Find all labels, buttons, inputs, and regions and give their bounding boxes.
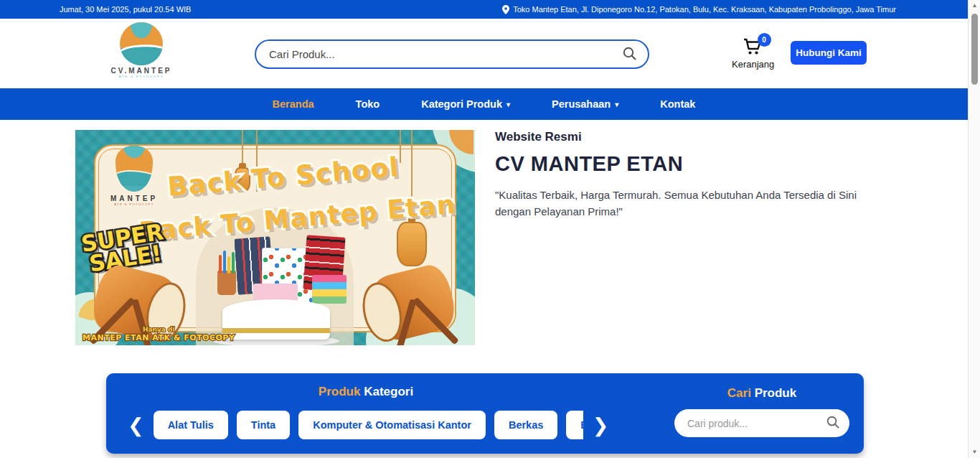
banner-footer-line2: MANTEP ETAN ATK & FOTOCOPY: [83, 333, 235, 342]
scrollbar-down-arrow[interactable]: ▼: [969, 447, 980, 458]
nav-label: Perusahaan: [552, 98, 611, 110]
banner-logo-subtext: ATK & FOTOCOPY: [101, 202, 167, 206]
banner-logo-name: MANTEP: [101, 195, 167, 202]
search-icon: [826, 420, 839, 431]
banner-footer-line1: Hanya di: [83, 326, 235, 333]
nav-label: Kategori Produk: [421, 98, 502, 110]
site-logo[interactable]: CV.MANTEP ATK & FOTOCOPY: [105, 21, 178, 78]
banner-logo: MANTEP ATK & FOTOCOPY: [101, 146, 167, 206]
category-carousel: ❮ Alat Tulis Tinta Komputer & Otomatisas…: [128, 411, 608, 439]
nav-item-toko[interactable]: Toko: [356, 98, 380, 110]
category-pill-banner[interactable]: Banner: [566, 411, 583, 439]
panel-search-section: Cari Produk: [674, 373, 849, 454]
scrollbar-thumb[interactable]: [971, 14, 978, 85]
vertical-scrollbar: ▲ ▼: [968, 0, 980, 458]
panel-search-title-accent: Cari: [727, 386, 751, 400]
main-nav: Beranda Toko Kategori Produk ▾ Perusahaa…: [0, 88, 968, 120]
category-carousel-section: Produk Kategori ❮ Alat Tulis Tinta Kompu…: [106, 373, 626, 454]
search-button[interactable]: [623, 47, 648, 62]
cart-icon: [743, 45, 763, 57]
banner-hanging-string: [242, 130, 243, 167]
banner-footer: Hanya di MANTEP ETAN ATK & FOTOCOPY: [83, 326, 235, 342]
panel-search: [674, 409, 849, 437]
scrollbar-up-arrow[interactable]: ▲: [969, 0, 980, 11]
chevron-down-icon: ▾: [507, 101, 510, 108]
nav-label: Kontak: [660, 98, 695, 110]
page-content: Jumat, 30 Mei 2025, pukul 20.54 WIB Toko…: [0, 0, 968, 458]
cart-button[interactable]: 0 Keranjang: [732, 38, 773, 70]
pencil: [219, 255, 222, 274]
nav-item-beranda[interactable]: Beranda: [273, 98, 314, 110]
cart-count-badge: 0: [758, 33, 771, 47]
pencil: [227, 256, 230, 274]
logo-pot-icon: [120, 22, 163, 65]
nav-item-kontak[interactable]: Kontak: [660, 98, 695, 110]
logo-subtitle: ATK & FOTOCOPY: [105, 75, 178, 78]
topbar-datetime: Jumat, 30 Mei 2025, pukul 20.54 WIB: [60, 5, 191, 14]
category-pill-alat-tulis[interactable]: Alat Tulis: [154, 411, 228, 439]
header-search: [255, 39, 649, 69]
header: CV.MANTEP ATK & FOTOCOPY 0 Ke: [0, 19, 968, 88]
category-title-accent: Produk: [319, 385, 361, 398]
logo-name: CV.MANTEP: [105, 67, 178, 75]
pedestal: [222, 299, 330, 340]
stationery-stack-illustration: [312, 275, 347, 304]
nav-item-perusahaan[interactable]: Perusahaan ▾: [552, 98, 618, 110]
chevron-down-icon: ▾: [615, 101, 618, 108]
pencil: [223, 251, 226, 274]
category-pill-list: Alat Tulis Tinta Komputer & Otomatisasi …: [154, 411, 583, 439]
nav-item-kategori-produk[interactable]: Kategori Produk ▾: [421, 98, 510, 110]
topbar-address: Toko Mantep Etan, Jl. Diponegoro No.12, …: [513, 5, 896, 14]
category-pill-tinta[interactable]: Tinta: [237, 411, 290, 439]
banner-hanging-string: [400, 130, 401, 163]
panel-search-input[interactable]: [674, 418, 826, 429]
promo-banner: MANTEP ATK & FOTOCOPY Back To School Bac…: [75, 130, 475, 345]
carousel-prev-button[interactable]: ❮: [128, 416, 144, 435]
lantern-icon: [397, 222, 427, 266]
panel-search-button[interactable]: [826, 416, 849, 431]
carousel-viewport: Alat Tulis Tinta Komputer & Otomatisasi …: [154, 411, 583, 439]
nav-label: Beranda: [273, 98, 314, 110]
banner-logo-pot-icon: [116, 146, 153, 192]
pencil: [232, 252, 235, 274]
category-title-rest: Kategori: [364, 385, 413, 398]
location-pin-icon: [502, 5, 509, 14]
category-title: Produk Kategori: [106, 385, 626, 399]
hero-eyebrow: Website Resmi: [495, 130, 882, 144]
panel-search-title-rest: Produk: [755, 386, 797, 400]
carousel-next-button[interactable]: ❯: [593, 416, 609, 435]
panel-search-title: Cari Produk: [674, 386, 849, 401]
category-pill-komputer[interactable]: Komputer & Otomatisasi Kantor: [298, 411, 486, 439]
topbar: Jumat, 30 Mei 2025, pukul 20.54 WIB Toko…: [0, 0, 968, 19]
search-icon: [623, 52, 636, 62]
page: Jumat, 30 Mei 2025, pukul 20.54 WIB Toko…: [0, 0, 980, 458]
main-content: MANTEP ATK & FOTOCOPY Back To School Bac…: [0, 120, 968, 458]
nav-label: Toko: [356, 98, 380, 110]
cart-label: Keranjang: [732, 59, 773, 70]
contact-button[interactable]: Hubungi Kami: [791, 41, 867, 65]
page-title: CV MANTEP ETAN: [495, 152, 882, 176]
hero-quote: "Kualitas Terbaik, Harga Termurah. Semua…: [495, 187, 875, 220]
search-input[interactable]: [256, 48, 623, 60]
pencil-cup-illustration: [217, 271, 236, 295]
category-pill-berkas[interactable]: Berkas: [494, 411, 557, 439]
category-panel: Produk Kategori ❮ Alat Tulis Tinta Kompu…: [106, 373, 864, 454]
topbar-address-group: Toko Mantep Etan, Jl. Diponegoro No.12, …: [502, 5, 896, 14]
hero-text-block: Website Resmi CV MANTEP ETAN "Kualitas T…: [495, 130, 882, 220]
